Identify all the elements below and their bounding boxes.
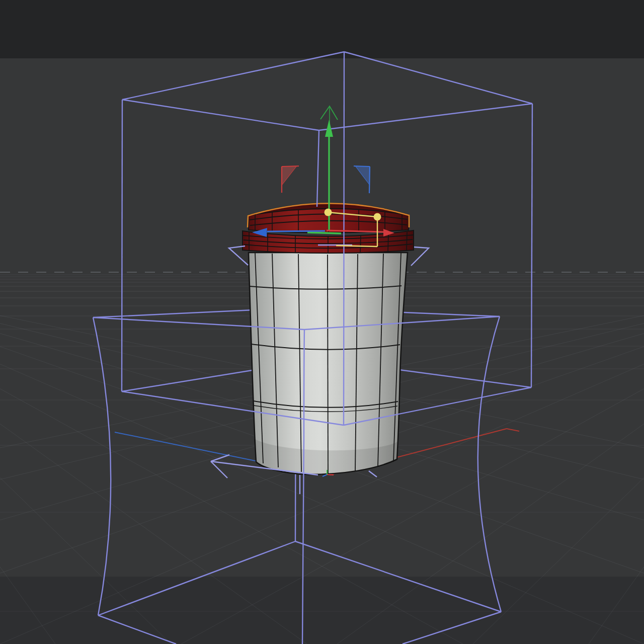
viewport-3d[interactable]: [0, 0, 644, 644]
scene-canvas[interactable]: [0, 0, 644, 644]
cup-body[interactable]: [249, 253, 408, 474]
